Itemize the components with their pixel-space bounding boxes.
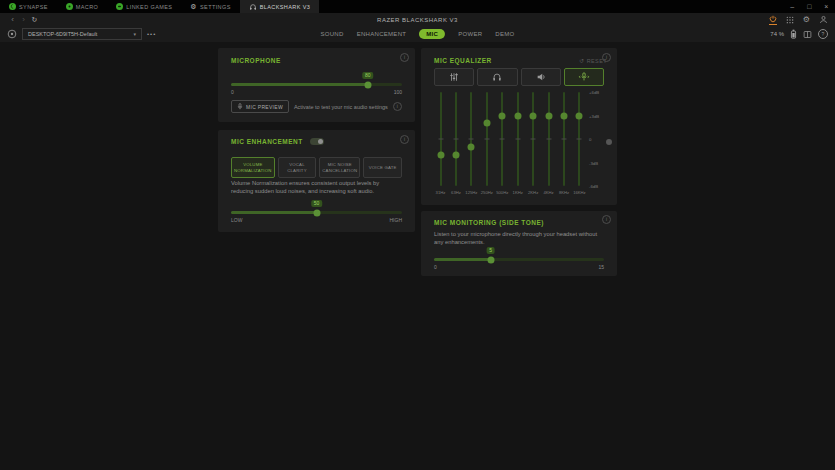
equalizer-sliders-icon [449, 72, 459, 82]
account-icon[interactable] [819, 15, 828, 24]
macro-icon [66, 3, 73, 10]
eq-band-handle[interactable] [483, 120, 490, 127]
mode-voice-gate[interactable]: VOICE GATE [363, 157, 402, 178]
info-icon[interactable]: i [400, 53, 409, 62]
enhancement-level-slider[interactable]: 50 LOW HIGH [231, 211, 402, 214]
eq-reset-button[interactable]: ↺ RESET [579, 57, 607, 64]
eq-zero-knob[interactable] [606, 139, 612, 145]
slider-value-badge: 50 [311, 200, 323, 207]
mode-volume-normalization[interactable]: VOLUME NORMALIZATION [231, 157, 275, 178]
toolbar-icons: ⚙ [769, 15, 828, 25]
update-available-icon[interactable] [769, 15, 777, 25]
refresh-button[interactable]: ↻ [29, 14, 40, 25]
sidetone-level-slider[interactable]: 5 0 15 [434, 258, 604, 261]
panel-title: MIC MONITORING (SIDE TONE) [434, 219, 544, 226]
eq-band-handle[interactable] [576, 112, 583, 119]
eq-band-125hz[interactable]: 125Hz [465, 92, 478, 186]
eq-band-handle[interactable] [514, 112, 521, 119]
tab-linked-games[interactable]: LINKED GAMES [107, 0, 181, 13]
mic-preview-hint: Activate to test your mic audio settings [294, 104, 388, 110]
panel-title: MIC EQUALIZER [434, 57, 492, 64]
eq-band-8khz[interactable]: 8KHz [558, 92, 571, 186]
eq-band-16khz[interactable]: 16KHz [573, 92, 586, 186]
slider-track [231, 83, 402, 86]
modules-grid-icon[interactable] [786, 16, 794, 24]
back-button[interactable]: ‹ [7, 14, 18, 25]
speaker-icon [536, 72, 546, 82]
tab-settings[interactable]: ⚙ SETTINGS [181, 0, 239, 13]
slider-handle[interactable] [364, 81, 371, 88]
monitoring-description: Listen to your microphone directly throu… [434, 230, 604, 247]
eq-band-handle[interactable] [468, 143, 475, 150]
slider-value-badge: 80 [362, 72, 374, 79]
eq-speaker-button[interactable] [521, 68, 561, 86]
eq-band-63hz[interactable]: 63Hz [449, 92, 462, 186]
slider-handle[interactable] [487, 256, 494, 263]
eq-band-2khz[interactable]: 2KHz [527, 92, 540, 186]
eq-band-4khz[interactable]: 4KHz [542, 92, 555, 186]
mode-vocal-clarity[interactable]: VOCAL CLARITY [278, 157, 317, 178]
nav-tab-mic[interactable]: MIC [419, 29, 445, 39]
more-options-button[interactable]: ••• [147, 31, 156, 37]
eq-band-handle[interactable] [530, 112, 537, 119]
eq-band-1khz[interactable]: 1KHz [511, 92, 524, 186]
eq-band-handle[interactable] [561, 112, 568, 119]
tab-label: SYNAPSE [19, 4, 48, 10]
slider-min-label: 0 [434, 264, 437, 270]
reset-icon: ↺ [579, 57, 584, 64]
mic-enhancement-toggle[interactable] [310, 138, 324, 145]
slider-handle[interactable] [313, 209, 320, 216]
device-nav: SOUND ENHANCEMENT MIC POWER DEMO [320, 29, 514, 39]
nav-tab-sound[interactable]: SOUND [320, 31, 343, 37]
microphone-icon [237, 103, 243, 110]
eq-band-250hz[interactable]: 250Hz [480, 92, 493, 186]
eq-sliders-button[interactable] [434, 68, 474, 86]
tab-label: BLACKSHARK V3 [260, 4, 310, 10]
eq-mic-button[interactable] [564, 68, 604, 86]
tab-label: MACRO [76, 4, 98, 10]
panel-title: MICROPHONE [231, 57, 281, 64]
tab-device-blackshark[interactable]: BLACKSHARK V3 [240, 0, 319, 13]
maximize-button[interactable]: □ [801, 0, 818, 13]
profile-select[interactable]: DESKTOP-6D9IT5H-Default ▾ [22, 28, 142, 40]
info-icon[interactable]: i [400, 135, 409, 144]
mic-preview-button[interactable]: MIC PREVIEW [231, 100, 289, 113]
eq-band-handle[interactable] [545, 112, 552, 119]
eq-band-handle[interactable] [499, 112, 506, 119]
device-guide-icon[interactable] [803, 30, 812, 39]
status-area: 74 % ? [770, 29, 828, 39]
tab-label: LINKED GAMES [126, 4, 172, 10]
info-icon[interactable]: i [393, 102, 402, 111]
headphones-icon [492, 72, 502, 82]
eq-band-500hz[interactable]: 500Hz [496, 92, 509, 186]
eq-band-handle[interactable] [437, 151, 444, 158]
microphone-panel: MICROPHONE i 80 0 100 MIC PREVIEW Activa… [218, 48, 415, 122]
tab-synapse[interactable]: SYNAPSE [0, 0, 57, 13]
minimize-button[interactable]: – [784, 0, 801, 13]
nav-tab-demo[interactable]: DEMO [495, 31, 514, 37]
window-controls: – □ × [784, 0, 835, 13]
mode-mic-noise-cancellation[interactable]: MIC NOISE CANCELLATION [319, 157, 360, 178]
nav-tab-power[interactable]: POWER [458, 31, 482, 37]
microphone-icon [578, 72, 590, 82]
eq-headphones-button[interactable] [477, 68, 517, 86]
eq-band-31hz[interactable]: 31Hz [434, 92, 447, 186]
eq-band-handle[interactable] [452, 151, 459, 158]
mic-enhancement-panel: MIC ENHANCEMENT i VOLUME NORMALIZATION V… [218, 130, 415, 232]
mic-equalizer-panel: MIC EQUALIZER i ↺ RESET [421, 48, 617, 205]
profile-icon[interactable] [7, 29, 17, 39]
toolbar: ‹ › ↻ RAZER BLACKSHARK V3 ⚙ [0, 13, 835, 26]
settings-gear-icon[interactable]: ⚙ [803, 15, 810, 24]
slider-value-badge: 5 [486, 247, 495, 254]
chevron-down-icon: ▾ [133, 31, 136, 37]
mic-volume-slider[interactable]: 80 0 100 [231, 83, 402, 86]
tab-macro[interactable]: MACRO [57, 0, 107, 13]
forward-button[interactable]: › [18, 14, 29, 25]
mic-preview-row: MIC PREVIEW Activate to test your mic au… [231, 100, 402, 113]
info-icon[interactable]: i [602, 215, 611, 224]
page-title: RAZER BLACKSHARK V3 [377, 17, 458, 23]
profile-name: DESKTOP-6D9IT5H-Default [28, 31, 97, 37]
nav-tab-enhancement[interactable]: ENHANCEMENT [357, 31, 407, 37]
close-button[interactable]: × [818, 0, 835, 13]
help-icon[interactable]: ? [818, 29, 828, 39]
